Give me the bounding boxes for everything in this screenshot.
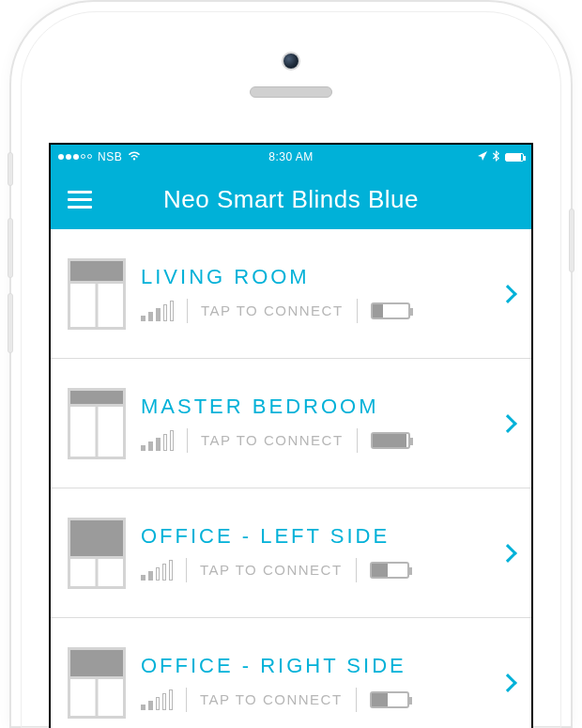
- tap-to-connect-label: TAP TO CONNECT: [201, 302, 344, 318]
- chevron-right-icon: [498, 544, 517, 563]
- screen: NSB 8:30 AM Neo Smart Blinds Blu: [49, 143, 533, 728]
- signal-icon: [141, 689, 173, 710]
- battery-icon: [370, 691, 409, 708]
- tap-to-connect-label: TAP TO CONNECT: [201, 432, 344, 448]
- menu-button[interactable]: [68, 191, 92, 209]
- battery-icon: [505, 153, 524, 162]
- divider: [187, 299, 188, 323]
- blind-row[interactable]: OFFICE - RIGHT SIDE TAP TO CONNECT: [51, 618, 531, 728]
- divider: [186, 558, 187, 582]
- app-header: Neo Smart Blinds Blue: [51, 169, 531, 229]
- location-icon: [478, 150, 487, 163]
- blind-row-body: OFFICE - RIGHT SIDE TAP TO CONNECT: [141, 654, 486, 712]
- carrier-signal-icon: [58, 154, 92, 160]
- tap-to-connect-label: TAP TO CONNECT: [200, 691, 343, 707]
- battery-icon: [371, 432, 410, 449]
- divider: [357, 299, 358, 323]
- wifi-icon: [128, 150, 141, 163]
- room-name: OFFICE - RIGHT SIDE: [141, 654, 486, 678]
- blind-row-body: OFFICE - LEFT SIDE TAP TO CONNECT: [141, 524, 486, 582]
- blind-row[interactable]: LIVING ROOM TAP TO CONNECT: [51, 229, 531, 359]
- room-name: LIVING ROOM: [141, 265, 486, 289]
- blind-icon: [68, 647, 126, 719]
- blind-icon: [68, 388, 126, 459]
- battery-icon: [371, 302, 410, 319]
- phone-camera: [283, 54, 299, 69]
- divider: [357, 428, 358, 453]
- divider: [356, 558, 357, 582]
- signal-icon: [141, 430, 174, 451]
- signal-icon: [141, 560, 173, 581]
- signal-icon: [141, 301, 174, 321]
- carrier-name: NSB: [98, 150, 122, 163]
- status-bar: NSB 8:30 AM: [51, 145, 531, 169]
- bluetooth-icon: [493, 150, 499, 164]
- room-name: MASTER BEDROOM: [141, 395, 486, 419]
- phone-volume-up: [8, 218, 13, 278]
- tap-to-connect-label: TAP TO CONNECT: [200, 562, 343, 578]
- phone-speaker: [250, 86, 332, 98]
- divider: [186, 688, 187, 712]
- app-title: Neo Smart Blinds Blue: [92, 185, 514, 214]
- battery-icon: [370, 562, 409, 579]
- blind-icon: [68, 518, 126, 589]
- blind-row-body: MASTER BEDROOM TAP TO CONNECT: [141, 395, 486, 453]
- phone-volume-down: [8, 293, 13, 353]
- chevron-right-icon: [498, 285, 517, 303]
- blind-row[interactable]: MASTER BEDROOM TAP TO CONNECT: [51, 359, 531, 488]
- blind-icon: [68, 258, 126, 330]
- status-time: 8:30 AM: [213, 150, 368, 163]
- blinds-list: LIVING ROOM TAP TO CONNECT MASTER BEDROO…: [51, 229, 531, 728]
- blind-row[interactable]: OFFICE - LEFT SIDE TAP TO CONNECT: [51, 488, 531, 618]
- phone-power-button: [569, 209, 574, 272]
- phone-silent-switch: [8, 152, 13, 186]
- chevron-right-icon: [498, 674, 517, 692]
- divider: [187, 428, 188, 453]
- phone-frame: NSB 8:30 AM Neo Smart Blinds Blu: [9, 0, 573, 728]
- divider: [356, 688, 357, 712]
- room-name: OFFICE - LEFT SIDE: [141, 524, 486, 549]
- chevron-right-icon: [498, 414, 517, 433]
- blind-row-body: LIVING ROOM TAP TO CONNECT: [141, 265, 486, 323]
